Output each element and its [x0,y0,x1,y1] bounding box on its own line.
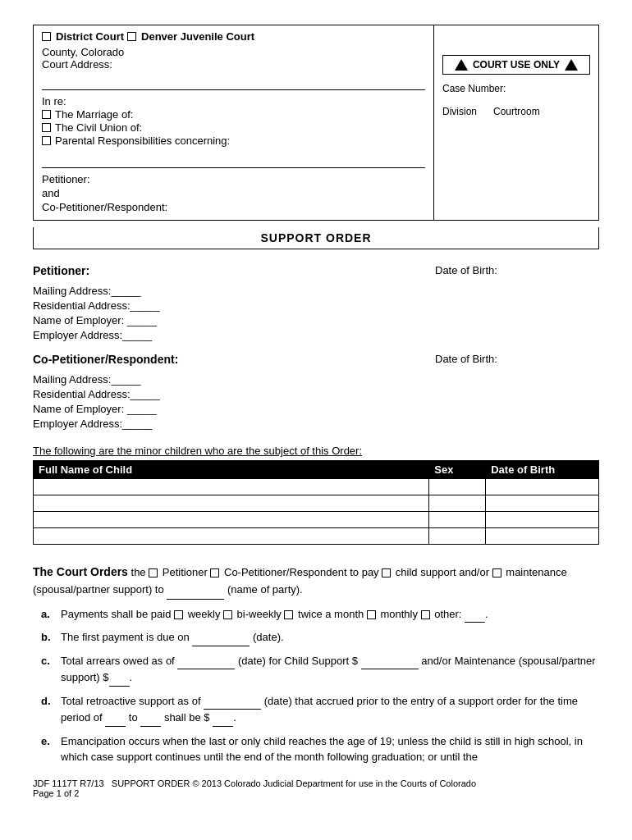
item-c-content: Total arrears owed as of (date) for Chil… [61,653,599,687]
col-header-dob: Date of Birth [486,461,599,479]
court-use-only-box: COURT USE ONLY [442,55,590,75]
petitioner-section: Petitioner: Date of Birth: Mailing Addre… [33,264,599,341]
retroactive-date-blank [204,693,261,710]
copetitioner-employer-address: Employer Address:_____ [33,418,599,430]
parental-label: Parental Responsibilities concerning: [55,135,230,147]
other-blank [465,606,485,623]
court-type-row: District Court Denver Juvenile Court [42,30,425,43]
child-name-cell [34,528,429,545]
district-court-checkbox[interactable] [42,32,51,41]
district-court-label: District Court [56,30,124,43]
in-re-label: In re: [42,95,425,107]
petitioner-pay-label: Petitioner [163,566,208,578]
copetitioner-dob-label: Date of Birth: [435,353,497,365]
court-left-panel: District Court Denver Juvenile Court Cou… [34,25,434,220]
civil-union-row: The Civil Union of: [42,121,425,134]
table-row [34,495,599,512]
main-content: Petitioner: Date of Birth: Mailing Addre… [33,264,599,798]
item-c-label: c. [41,653,54,687]
court-address-line [42,74,425,90]
copetitioner-dob-row: Co-Petitioner/Respondent: Date of Birth: [33,353,599,371]
case-number-row: Case Number: [442,83,590,94]
children-section: The following are the minor children who… [33,445,599,545]
child-dob-cell [486,512,599,528]
table-row [34,528,599,545]
item-a-content: Payments shall be paid weekly bi-weekly … [61,606,599,623]
maintenance-amount-blank [109,669,130,687]
footer-page: Page 1 of 2 [33,788,79,798]
juvenile-court-checkbox[interactable] [127,32,136,41]
petitioner-residential: Residential Address:_____ [33,299,599,312]
marriage-label: The Marriage of: [55,108,133,121]
party-divider-line [42,152,425,168]
court-right-panel: COURT USE ONLY Case Number: Division Cou… [434,25,598,220]
child-name-cell [34,512,429,528]
copetitioner-residential: Residential Address:_____ [33,388,599,400]
child-sex-cell [429,512,486,528]
court-orders-section: The Court Orders the Petitioner Co-Petit… [33,563,599,765]
copetitioner-pay-label: Co-Petitioner/Respondent [224,566,347,578]
weekly-checkbox[interactable] [174,610,183,619]
children-table: Full Name of Child Sex Date of Birth [33,460,599,545]
petitioner-dob-row: Petitioner: Date of Birth: [33,264,599,282]
civil-union-checkbox[interactable] [42,123,51,132]
col-header-sex: Sex [429,461,486,479]
copetitioner-section-label: Co-Petitioner/Respondent: [33,353,178,366]
arrears-date-blank [177,653,235,670]
petitioner-pay-checkbox[interactable] [149,568,158,578]
juvenile-court-label: Denver Juvenile Court [141,30,254,43]
page-footer: JDF 1117T R7/13 SUPPORT ORDER © 2013 Col… [33,778,599,798]
name-of-party-label: (name of party). [227,583,303,596]
item-a-label: a. [41,606,54,623]
child-dob-cell [486,495,599,512]
petitioner-employer-name: Name of Employer: _____ [33,314,599,326]
child-support-checkbox[interactable] [382,568,391,578]
maintenance-label: maintenance [506,566,566,578]
col-header-name: Full Name of Child [34,461,429,479]
item-e-content: Emancipation occurs when the last or onl… [61,733,599,765]
spousal-label: (spousal/partner support) to [33,583,164,596]
child-sex-cell [429,479,486,495]
and-label-row: and [42,187,425,199]
order-item-e: e. Emancipation occurs when the last or … [41,733,599,765]
court-address-label: Court Address: [42,58,425,71]
court-orders-strong-text: The Court Orders [33,565,128,578]
petitioner-label-row: Petitioner: [42,173,425,185]
item-d-label: d. [41,693,54,727]
child-sex-cell [429,495,486,512]
child-sex-cell [429,528,486,545]
copetitioner-mailing: Mailing Address:_____ [33,373,599,386]
copetitioner-employer-name: Name of Employer: _____ [33,403,599,415]
in-re-section: In re: The Marriage of: The Civil Union … [42,95,425,147]
and-label: and [42,187,60,199]
child-support-label: child support and/or [396,566,489,578]
marriage-checkbox[interactable] [42,110,51,119]
other-checkbox[interactable] [421,610,430,619]
period-start-blank [105,710,126,727]
triangle-left-icon [455,59,468,71]
item-b-content: The first payment is due on (date). [61,629,599,646]
copetitioner-label-row: Co-Petitioner/Respondent: [42,201,425,213]
table-row [34,512,599,528]
maintenance-checkbox[interactable] [492,568,501,578]
order-item-a: a. Payments shall be paid weekly bi-week… [41,606,599,623]
division-label: Division [442,106,477,117]
marriage-row: The Marriage of: [42,108,425,121]
children-intro-text: The following are the minor children who… [33,445,599,457]
item-b-label: b. [41,629,54,646]
petitioner-header-label: Petitioner: [42,173,90,185]
order-item-c: c. Total arrears owed as of (date) for C… [41,653,599,687]
twice-month-checkbox[interactable] [284,610,293,619]
footer-form-id: JDF 1117T R7/13 [33,778,104,788]
child-name-cell [34,479,429,495]
child-dob-cell [486,479,599,495]
petitioner-employer-address: Employer Address:_____ [33,329,599,341]
courtroom-label: Courtroom [493,106,540,117]
copetitioner-section: Co-Petitioner/Respondent: Date of Birth:… [33,353,599,430]
biweekly-checkbox[interactable] [223,610,232,619]
copetitioner-pay-checkbox[interactable] [210,568,219,578]
case-number-label: Case Number: [442,83,506,94]
monthly-checkbox[interactable] [367,610,376,619]
triangle-right-icon [565,59,578,71]
parental-checkbox[interactable] [42,136,51,145]
